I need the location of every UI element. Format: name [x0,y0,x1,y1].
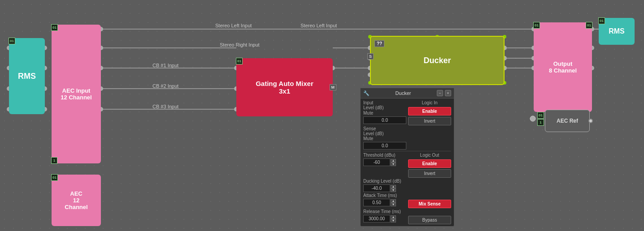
dialog-sense-section: Sense Level (dB) Mute 0.0 [363,126,451,150]
dialog-minimize-button[interactable]: − [437,90,443,96]
threshold-spin-down[interactable]: ▼ [391,163,396,166]
node-rms-right-label: RMS [609,27,625,35]
dialog-titlebar[interactable]: 🔧 Ducker − × [361,88,454,98]
input-level-display[interactable]: 0.0 [363,116,406,124]
node-aec-ref[interactable]: 01 1 AEC Ref [545,110,590,132]
canvas: Stereo Left Input Stereo Left Input Ster… [0,0,644,231]
mix-sense-col: . Mix Sense [408,193,451,208]
logic-out-col: Logic Out Enable Invert [408,153,451,178]
sense-label: Sense [363,126,406,131]
release-row: ▲ ▼ [363,215,406,222]
svg-point-38 [530,116,535,121]
badge-output-tr: 01 [586,22,592,29]
badge-output-tl: 01 [533,22,540,29]
ducking-level-input[interactable] [363,184,390,192]
divider1 [363,151,451,151]
logic-out-label: Logic Out [408,153,451,158]
dialog-close-button[interactable]: × [445,90,451,96]
node-aec-bottom-label: AEC12Channel [65,190,87,210]
bypass-spacer: . [408,209,451,214]
aec-ref-right-port [588,119,593,123]
badge-aec-input-tl: 01 [51,24,58,31]
enable-button[interactable]: Enable [408,107,451,116]
release-col: Release Time (ms) ▲ ▼ [363,209,406,224]
badge-aec-ref-tl: 01 [537,112,544,119]
input-mute-label: Mute [363,111,373,116]
ducking-spin-down[interactable]: ▼ [391,188,396,192]
release-section: Release Time (ms) ▲ ▼ . Bypass [363,209,451,224]
dialog-logic-in-col: Logic In Enable Invert [408,100,451,125]
attack-spinner: ▲ ▼ [391,199,396,206]
threshold-label: Threshold (dBu) [363,153,406,158]
threshold-input-row: ▲ ▼ [363,158,406,166]
node-gating[interactable]: 01 Gating Auto Mixer3x1 M [236,58,333,116]
attack-col: Attack Time (ms) ▲ ▼ [363,193,406,208]
invert2-btn-container: Invert [408,169,451,178]
dialog-sense-col: Sense Level (dB) Mute 0.0 [363,126,406,150]
input-label: Input [363,100,406,105]
mix-sense-btn-container: Mix Sense [408,200,451,208]
node-ducker-label: Ducker [423,56,451,65]
sense-level-label: Level (dB) [363,131,406,136]
dialog-input-col: Input Level (dB) Mute 0.0 [363,100,406,125]
attack-spin-down[interactable]: ▼ [391,203,396,206]
threshold-spinner: ▲ ▼ [391,159,396,166]
sense-mute-row: Mute [363,136,406,141]
node-rms-right[interactable]: 01 RMS [599,18,635,45]
node-output[interactable]: 01 01 Output8 Channel [534,22,592,112]
sense-mute-label: Mute [363,136,373,141]
node-aec-bottom[interactable]: 01 AEC12Channel [52,175,101,226]
release-input[interactable] [363,215,390,222]
attack-row: ▲ ▼ [363,199,406,206]
node-aec-ref-label: AEC Ref [557,118,578,124]
bypass-button[interactable]: Bypass [408,216,451,224]
ducking-level-row: ▲ ▼ [363,184,451,192]
level-db-label: Level (dB) [363,105,406,110]
attack-section: Attack Time (ms) ▲ ▼ . Mix Sense [363,193,451,208]
node-ducker[interactable]: ?? Ducker S [370,36,505,85]
ducking-level-section: Ducking Level (dB) ▲ ▼ [363,179,451,192]
node-output-label: Output8 Channel [549,60,577,74]
badge-rms-left-tl: 01 [9,38,15,44]
gating-m-badge: M [330,84,337,90]
threshold-input[interactable] [363,158,390,166]
mix-sense-button[interactable]: Mix Sense [408,200,451,208]
node-rms-left[interactable]: 01 RMS [9,38,45,114]
invert-btn-container: Invert [408,117,451,125]
wire-label-cb2: CB #2 Input [152,83,178,89]
release-spinner: ▲ ▼ [391,215,396,222]
wire-label-cb3: CB #3 Input [152,104,178,109]
badge-aec-input-bl: 1 [51,157,57,164]
release-spin-up[interactable]: ▲ [391,215,396,219]
sense-level-display[interactable]: 0.0 [363,142,406,150]
release-label: Release Time (ms) [363,209,406,214]
badge-aec-ref-bl: 1 [537,119,544,126]
ducking-spin-up[interactable]: ▲ [391,185,396,188]
threshold-spin-up[interactable]: ▲ [391,159,396,163]
release-spin-down[interactable]: ▼ [391,219,396,222]
invert2-button[interactable]: Invert [408,169,451,178]
ducker-question-badge: ?? [374,40,384,47]
ducker-dialog: 🔧 Ducker − × Input Level (dB) Mute 0.0 [360,88,454,227]
wire-label-cb1: CB #1 Input [152,63,178,68]
dialog-threshold-section: Threshold (dBu) ▲ ▼ Logic Out Enable [363,153,451,178]
attack-input[interactable] [363,199,390,206]
input-mute-row: Mute [363,111,406,116]
dialog-title: Ducker [396,90,411,96]
wire-label-stereo-right: Stereo Right Input [220,42,260,47]
node-aec-input[interactable]: 01 1 AEC Input12 Channel [52,25,101,163]
enable2-button[interactable]: Enable [408,159,451,168]
enable-btn-container: Enable [408,107,451,116]
wire-label-stereo-left: Stereo Left Input [300,23,337,28]
node-gating-label: Gating Auto Mixer3x1 [256,80,313,95]
enable2-btn-container: Enable [408,159,451,168]
attack-spin-up[interactable]: ▲ [391,199,396,203]
invert-button[interactable]: Invert [408,117,451,125]
bypass-col: . Bypass [408,209,451,224]
wire-label-stereo-left-2: Stereo Left Input [215,23,252,28]
node-rms-left-label: RMS [18,72,36,81]
threshold-col: Threshold (dBu) ▲ ▼ [363,153,406,178]
ducking-level-label: Ducking Level (dB) [363,179,451,184]
badge-rms-right-tl: 01 [598,17,605,24]
logic-in-label: Logic In [408,100,451,105]
